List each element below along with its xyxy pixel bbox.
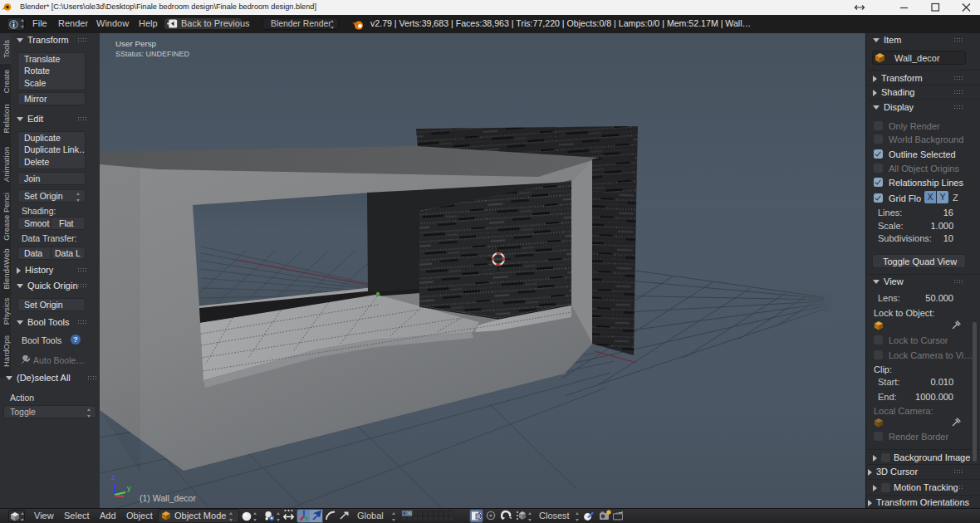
svg-text:User Persp: User Persp [115,39,157,48]
svg-text:y: y [127,484,131,492]
svg-text:z: z [111,473,115,481]
svg-text:(1) Wall_decor: (1) Wall_decor [140,493,196,503]
svg-text:SStatus: UNDEFINED: SStatus: UNDEFINED [115,50,190,58]
